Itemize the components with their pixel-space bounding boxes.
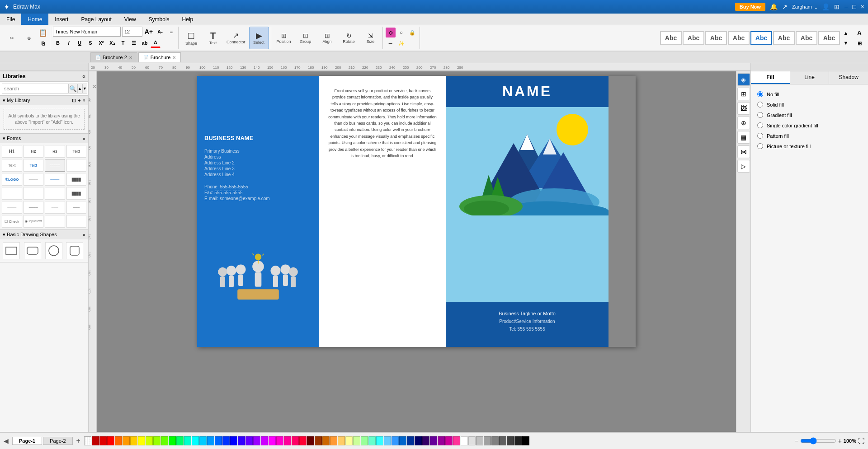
grid-icon[interactable]: ⊞ <box>834 3 840 10</box>
connect-icon[interactable]: ⋈ <box>737 145 750 158</box>
connector-button[interactable]: ↗ Connector <box>225 27 247 49</box>
pattern-fill-radio[interactable] <box>757 133 763 139</box>
shadow-tab[interactable]: Shadow <box>829 71 868 84</box>
fill-color-button[interactable]: ◇ <box>386 28 396 37</box>
strikethrough-button[interactable]: S <box>85 38 95 48</box>
color-swatch-14[interactable] <box>199 436 207 445</box>
font-color-button[interactable]: A <box>151 38 160 48</box>
color-swatch-45[interactable] <box>438 436 445 445</box>
maximize-button[interactable]: □ <box>852 3 856 10</box>
form-text-3[interactable]: Text <box>24 159 44 172</box>
my-library-close-icon[interactable]: × <box>83 98 85 103</box>
form-h3-header[interactable]: H3 <box>45 145 65 158</box>
single-color-gradient-option[interactable]: Single color gradient fill <box>755 120 863 131</box>
library-scroll-up[interactable]: ▲ <box>77 84 82 94</box>
collapse-libraries-button[interactable]: « <box>82 73 85 80</box>
bold-button[interactable]: B <box>53 38 63 48</box>
gradient-fill-radio[interactable] <box>757 112 763 118</box>
copy-format-button[interactable]: ⊕ <box>21 28 37 48</box>
color-swatch-26[interactable] <box>292 436 299 445</box>
lock-button[interactable]: 🔒 <box>407 28 417 37</box>
color-swatch-48[interactable] <box>461 436 468 445</box>
form-lines-6[interactable]: ---- <box>45 187 65 200</box>
tab-brochure[interactable]: 📄 Brochure ✕ <box>138 52 181 62</box>
menu-symbols[interactable]: Symbols <box>142 14 176 25</box>
forms-close-icon[interactable]: × <box>83 136 85 141</box>
cut-button[interactable]: ✂ <box>4 28 20 48</box>
form-lines-10[interactable]: ═══ <box>45 201 65 214</box>
menu-view[interactable]: View <box>118 14 142 25</box>
no-fill-option[interactable]: No fill <box>755 89 863 99</box>
zoom-in-button[interactable]: + <box>838 437 842 444</box>
font-size-input[interactable] <box>122 27 142 37</box>
color-swatch-20[interactable] <box>245 436 253 445</box>
form-logo[interactable]: ②LOGO <box>2 173 22 186</box>
single-color-gradient-radio[interactable] <box>757 122 763 128</box>
layout-button[interactable]: ⊞ <box>854 38 864 48</box>
color-swatch-41[interactable] <box>407 436 414 445</box>
color-swatch-47[interactable] <box>453 436 460 445</box>
style-box-6[interactable]: Abc <box>773 31 795 45</box>
page-layout-icon[interactable]: ⊞ <box>737 88 750 100</box>
align-shapes-button[interactable]: ⊞ Align <box>317 27 337 49</box>
menu-help[interactable]: Help <box>176 14 200 25</box>
pattern-fill-option[interactable]: Pattern fill <box>755 131 863 141</box>
library-scroll-down[interactable]: ▼ <box>82 84 87 94</box>
color-swatch-1[interactable] <box>99 436 107 445</box>
list-button[interactable]: ☰ <box>129 38 139 48</box>
color-swatch-29[interactable] <box>315 436 322 445</box>
fullscreen-button[interactable]: ⛶ <box>858 437 864 444</box>
shapes-close-icon[interactable]: × <box>83 232 85 238</box>
outline-button[interactable]: ○ <box>396 28 406 37</box>
rotate-button[interactable]: ↻ Rotate <box>339 27 359 49</box>
form-lines-3[interactable]: ████ <box>66 173 87 186</box>
color-swatch-31[interactable] <box>330 436 337 445</box>
color-swatch-40[interactable] <box>399 436 406 445</box>
copy-button[interactable]: ⎘ <box>38 38 48 48</box>
color-swatch-42[interactable] <box>415 436 422 445</box>
transparent-swatch[interactable] <box>84 436 91 445</box>
form-checkbox[interactable]: ☐ Check <box>2 215 22 228</box>
underline-button[interactable]: U <box>75 38 85 48</box>
color-swatch-50[interactable] <box>476 436 483 445</box>
color-swatch-4[interactable] <box>123 436 130 445</box>
color-swatch-53[interactable] <box>499 436 506 445</box>
style-box-7[interactable]: Abc <box>796 31 817 45</box>
menu-file[interactable]: File <box>0 14 21 25</box>
search-button[interactable]: 🔍 <box>69 84 77 94</box>
preview-icon[interactable]: ▷ <box>737 160 750 173</box>
align-button[interactable]: ≡ <box>166 27 176 37</box>
no-fill-radio[interactable] <box>757 91 763 97</box>
color-swatch-8[interactable] <box>153 436 160 445</box>
color-swatch-11[interactable] <box>176 436 184 445</box>
color-swatch-25[interactable] <box>284 436 291 445</box>
text-format-button[interactable]: T <box>118 38 128 48</box>
effect-button[interactable]: ✨ <box>396 38 406 48</box>
color-swatch-56[interactable] <box>522 436 529 445</box>
italic-button[interactable]: I <box>64 38 74 48</box>
subscript-button[interactable]: X₂ <box>107 38 117 48</box>
color-swatch-21[interactable] <box>253 436 260 445</box>
form-lines-2[interactable]: ════ <box>45 173 65 186</box>
form-h1-header[interactable]: H1 <box>2 145 22 158</box>
fill-properties-icon[interactable]: ◈ <box>737 73 750 86</box>
color-swatch-9[interactable] <box>161 436 168 445</box>
color-swatch-24[interactable] <box>276 436 283 445</box>
color-swatch-16[interactable] <box>215 436 222 445</box>
page-tab-2[interactable]: Page-2 <box>43 437 72 445</box>
color-swatch-19[interactable] <box>238 436 245 445</box>
form-lines-7[interactable]: ████ <box>66 187 87 200</box>
my-library-options-icon[interactable]: ⊡ <box>72 98 76 103</box>
image-icon[interactable]: 🖼 <box>737 102 750 115</box>
zoom-out-button[interactable]: − <box>794 437 798 444</box>
color-swatch-18[interactable] <box>230 436 237 445</box>
shape-rect[interactable] <box>3 242 20 259</box>
wrap-button[interactable]: ab <box>140 38 150 48</box>
page-tab-1[interactable]: Page-1 <box>12 437 42 445</box>
shape-rounded-square[interactable] <box>66 242 83 259</box>
form-h2-header[interactable]: H2 <box>24 145 44 158</box>
form-lines-4[interactable]: ---- <box>2 187 22 200</box>
color-swatch-6[interactable] <box>138 436 145 445</box>
select-button[interactable]: ▶ Select <box>249 27 269 49</box>
color-swatch-35[interactable] <box>361 436 368 445</box>
